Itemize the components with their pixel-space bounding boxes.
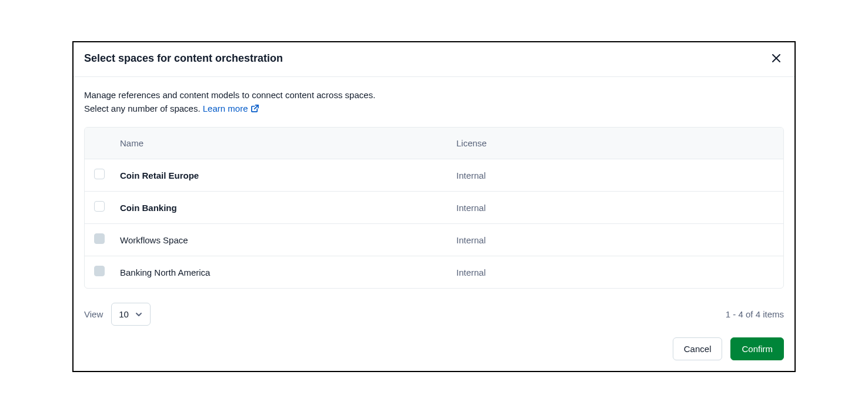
row-checkbox[interactable] [94, 169, 105, 179]
modal-body: Manage references and content models to … [74, 77, 794, 371]
learn-more-label: Learn more [203, 102, 248, 116]
description-line-1: Manage references and content models to … [84, 90, 375, 100]
modal-actions: Cancel Confirm [84, 337, 784, 360]
table-header: Name License [85, 128, 783, 159]
col-checkbox-header [94, 138, 120, 148]
view-label: View [84, 309, 103, 319]
row-license: Internal [456, 267, 774, 277]
row-checkbox[interactable] [94, 201, 105, 212]
row-checkbox [94, 266, 105, 276]
view-page-size-value: 10 [119, 309, 129, 319]
row-name: Workflows Space [120, 235, 456, 245]
row-license: Internal [456, 170, 774, 180]
description-line-2-prefix: Select any number of spaces. [84, 103, 203, 113]
checkbox-cell [94, 201, 120, 214]
confirm-button[interactable]: Confirm [730, 337, 784, 360]
modal-header: Select spaces for content orchestration [74, 42, 794, 77]
cancel-button[interactable]: Cancel [673, 337, 723, 360]
chevron-down-icon [135, 310, 143, 319]
pagination-info: 1 - 4 of 4 items [726, 309, 784, 319]
select-spaces-modal: Select spaces for content orchestration … [72, 41, 796, 372]
modal-description: Manage references and content models to … [84, 89, 784, 115]
col-name-header: Name [120, 138, 456, 148]
row-name: Banking North America [120, 267, 456, 277]
table-footer: View 10 1 - 4 of 4 items [84, 303, 784, 326]
checkbox-cell [94, 266, 120, 279]
table-row: Workflows SpaceInternal [85, 224, 783, 256]
modal-title: Select spaces for content orchestration [84, 52, 283, 65]
row-name: Coin Retail Europe [120, 170, 456, 180]
table-row: Banking North AmericaInternal [85, 256, 783, 288]
checkbox-cell [94, 169, 120, 182]
external-link-icon [251, 104, 259, 113]
row-license: Internal [456, 235, 774, 245]
close-icon [771, 53, 782, 63]
learn-more-link[interactable]: Learn more [203, 102, 259, 116]
col-license-header: License [456, 138, 774, 148]
spaces-table: Name License Coin Retail EuropeInternalC… [84, 127, 784, 289]
table-row: Coin BankingInternal [85, 192, 783, 224]
row-name: Coin Banking [120, 203, 456, 213]
row-checkbox [94, 233, 105, 244]
table-row: Coin Retail EuropeInternal [85, 159, 783, 192]
close-button[interactable] [769, 51, 784, 66]
view-group: View 10 [84, 303, 151, 326]
row-license: Internal [456, 203, 774, 213]
view-page-size-select[interactable]: 10 [111, 303, 151, 326]
checkbox-cell [94, 233, 120, 246]
